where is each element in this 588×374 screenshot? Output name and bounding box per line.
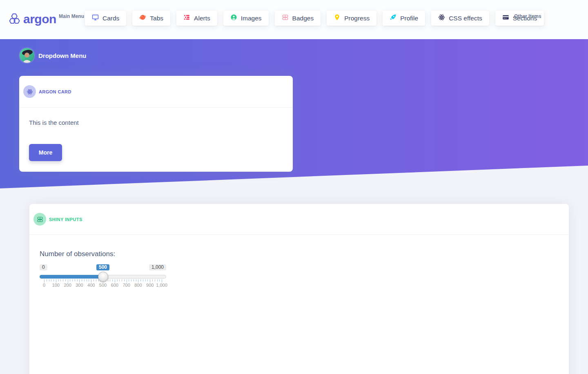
- slider-handle[interactable]: [98, 272, 108, 282]
- slider-grid-label: 500: [99, 283, 107, 288]
- slider-minor-tick: [53, 279, 54, 281]
- slider-minor-tick: [152, 279, 153, 281]
- avatar[interactable]: [20, 48, 34, 63]
- shiny-inputs-card: SHINY INPUTS Number of observations: 0 5…: [29, 204, 569, 374]
- slider-min-label: 0: [40, 264, 47, 270]
- slider-minor-tick: [77, 279, 78, 281]
- slider-major-tick: [91, 279, 91, 283]
- slider-grid-label: 1,000: [156, 283, 167, 288]
- slider-minor-tick: [89, 279, 89, 281]
- slider-minor-tick: [49, 279, 49, 281]
- other-items-label: Other Items: [514, 13, 541, 19]
- argon-card-content: This is the content: [29, 119, 79, 126]
- shiny-card-header: SHINY INPUTS: [29, 204, 569, 235]
- slider-max-label: 1,000: [149, 264, 166, 270]
- slider-minor-tick: [112, 279, 113, 281]
- more-button[interactable]: More: [29, 144, 62, 161]
- argon-hexagons-icon: [9, 13, 20, 26]
- slider-minor-tick: [134, 279, 134, 281]
- nav-item-label: Tabs: [150, 15, 163, 22]
- slider-grid-label: 100: [52, 283, 60, 288]
- nav-item-images[interactable]: Images: [223, 11, 269, 26]
- slider-major-tick: [68, 279, 68, 283]
- slider-major-tick: [79, 279, 80, 283]
- slider-major-tick: [138, 279, 138, 283]
- slider-label: Number of observations:: [40, 250, 115, 258]
- nav-item-label: Progress: [344, 15, 370, 22]
- bullet-list-icon: [183, 14, 190, 22]
- slider-major-tick: [162, 279, 162, 283]
- argon-logo[interactable]: argon: [9, 12, 56, 26]
- slider-minor-tick: [136, 279, 136, 281]
- slider-minor-tick: [65, 279, 66, 281]
- slider-minor-tick: [145, 279, 146, 281]
- slider-major-tick: [115, 279, 115, 283]
- pills-icon: [282, 14, 289, 22]
- slider-minor-tick: [51, 279, 51, 281]
- slider-grid-label: 200: [64, 283, 71, 288]
- slider-minor-tick: [131, 279, 131, 281]
- nav-item-label: Badges: [292, 15, 314, 22]
- nav-item-cards[interactable]: Cards: [85, 11, 126, 26]
- brand-wordmark: argon: [23, 12, 56, 26]
- nav-item-tabs[interactable]: Tabs: [132, 11, 170, 26]
- nav-item-css-effects[interactable]: CSS effects: [431, 11, 489, 26]
- slider-minor-tick: [72, 279, 73, 281]
- nav-item-alerts[interactable]: Alerts: [176, 11, 217, 26]
- slider-grid-label: 600: [111, 283, 118, 288]
- slider-minor-tick: [63, 279, 63, 281]
- slider-minor-tick: [143, 279, 143, 281]
- nav-item-label: Images: [241, 15, 262, 22]
- nav-item-progress[interactable]: Progress: [327, 11, 376, 26]
- slider-minor-tick: [110, 279, 110, 281]
- atom-badge-icon: [23, 85, 36, 98]
- slider-minor-tick: [87, 279, 87, 281]
- slider-grid-label: 300: [76, 283, 83, 288]
- user-circle-icon: [230, 14, 237, 22]
- slider-minor-tick: [84, 279, 85, 281]
- spaceship-icon: [390, 14, 396, 22]
- slider-minor-tick: [75, 279, 75, 281]
- slider-minor-tick: [96, 279, 96, 281]
- slider-fill: [40, 275, 103, 279]
- nav-item-badges[interactable]: Badges: [275, 11, 321, 26]
- slider-minor-tick: [108, 279, 108, 281]
- slider-grid-label: 0: [43, 283, 45, 288]
- credit-card-icon: [502, 14, 509, 22]
- slider-grid-label: 900: [146, 283, 154, 288]
- slider-minor-tick: [82, 279, 82, 281]
- nav-item-label: Cards: [102, 15, 119, 22]
- top-navbar: argon Main Menu Cards Tabs: [0, 0, 588, 39]
- dropdown-menu-header: Dropdown Menu: [20, 48, 86, 63]
- slider-grid-label: 700: [122, 283, 130, 288]
- slider-major-tick: [44, 279, 45, 283]
- slider-major-tick: [56, 279, 56, 283]
- slider-minor-tick: [117, 279, 118, 281]
- ui-toggles-icon: [33, 213, 46, 226]
- argon-card-header: ARGON CARD: [19, 76, 293, 108]
- slider-minor-tick: [58, 279, 59, 281]
- nav-item-label: CSS effects: [449, 15, 482, 22]
- nav-item-profile[interactable]: Profile: [383, 11, 425, 26]
- slider-major-tick: [127, 279, 127, 283]
- slider-minor-tick: [124, 279, 125, 281]
- monitor-icon: [92, 14, 99, 22]
- argon-card: ARGON CARD This is the content More: [19, 76, 293, 172]
- slider-major-tick: [150, 279, 150, 283]
- slider-minor-tick: [119, 279, 120, 281]
- main-nav: Cards Tabs Alerts: [85, 11, 544, 26]
- slider-value-label: 500: [96, 264, 109, 270]
- observations-slider: 0 500 1,000 0100200300400500600700800900…: [40, 263, 166, 288]
- slider-minor-tick: [159, 279, 160, 281]
- slider-minor-tick: [70, 279, 70, 281]
- slider-minor-tick: [140, 279, 141, 281]
- atom-icon: [438, 14, 445, 22]
- slider-minor-tick: [147, 279, 148, 281]
- slider-minor-tick: [157, 279, 158, 281]
- map-pin-icon: [334, 14, 341, 22]
- hero-title: Dropdown Menu: [38, 52, 86, 59]
- slider-grid-label: 400: [87, 283, 95, 288]
- shiny-card-title: SHINY INPUTS: [49, 217, 82, 222]
- nav-item-label: Alerts: [194, 15, 210, 22]
- slider-minor-tick: [155, 279, 155, 281]
